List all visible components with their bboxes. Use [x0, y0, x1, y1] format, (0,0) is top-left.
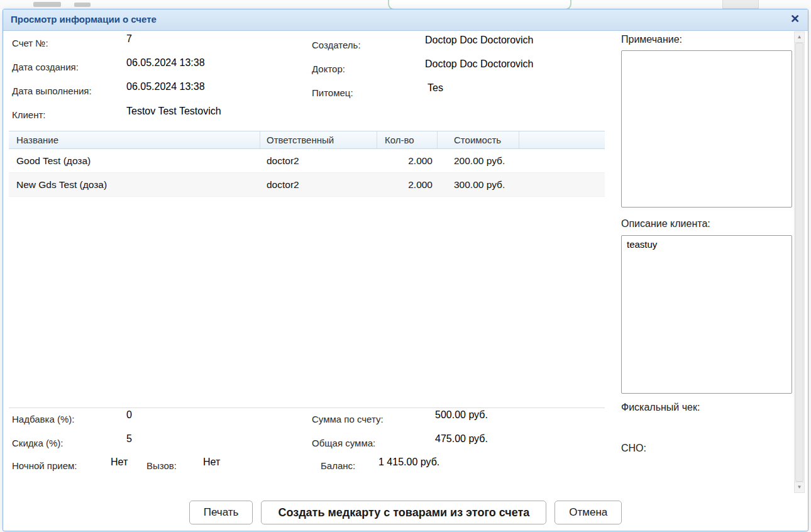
client-label: Клиент: [12, 109, 46, 120]
item-spacer [519, 149, 605, 172]
column-header-responsible[interactable]: Ответственный [260, 131, 377, 148]
invoice-number-label: Счет №: [12, 38, 48, 48]
total-sum-value: 475.00 руб. [435, 433, 488, 445]
scroll-down-icon[interactable]: ▼ [795, 482, 804, 492]
dialog-header: Просмотр информации о счете ✕ [3, 9, 808, 31]
create-medcard-button[interactable]: Создать медкарту с товарами из этого сче… [261, 501, 546, 524]
background-text-fragment [74, 3, 91, 7]
item-cost: 300.00 руб. [438, 173, 519, 196]
invoice-items-table: Название Ответственный Кол-во Стоимость … [9, 131, 605, 197]
pet-label: Питомец: [312, 87, 353, 98]
sno-label: СНО: [621, 443, 646, 454]
table-row[interactable]: New Gds Test (доза) doctor2 2.000 300.00… [9, 173, 605, 197]
scrollbar-thumb[interactable] [795, 43, 803, 482]
dialog-footer: Печать Создать медкарту с товарами из эт… [3, 501, 808, 526]
column-header-quantity[interactable]: Кол-во [377, 131, 438, 148]
creation-date-value: 06.05.2024 13:38 [126, 57, 205, 69]
client-description-label: Описание клиента: [621, 218, 710, 230]
surcharge-value: 0 [126, 409, 132, 421]
column-header-cost[interactable]: Стоимость [438, 131, 519, 148]
item-name: New Gds Test (доза) [9, 173, 260, 196]
item-quantity: 2.000 [377, 173, 438, 196]
column-header-name[interactable]: Название [9, 131, 260, 148]
doctor-label: Доктор: [312, 64, 345, 74]
invoice-sum-label: Сумма по счету: [312, 414, 383, 424]
totals-divider [9, 407, 605, 408]
item-responsible: doctor2 [260, 173, 377, 196]
total-sum-label: Общая сумма: [312, 438, 375, 448]
discount-label: Скидка (%): [12, 438, 63, 448]
balance-value: 1 415.00 руб. [378, 457, 439, 468]
night-visit-value: Нет [111, 457, 128, 468]
client-description-textarea[interactable]: teastuy [621, 235, 792, 394]
item-responsible: doctor2 [260, 149, 377, 172]
discount-value: 5 [126, 433, 132, 445]
item-spacer [519, 173, 605, 196]
dialog-title: Просмотр информации о счете [11, 14, 157, 25]
background-panel-fragment [722, 0, 759, 9]
background-input [388, 0, 571, 9]
house-call-value: Нет [203, 457, 220, 468]
note-label: Примечание: [621, 34, 682, 45]
item-cost: 200.00 руб. [438, 149, 519, 172]
invoice-sum-value: 500.00 руб. [435, 409, 488, 421]
cancel-button[interactable]: Отмена [554, 501, 622, 524]
execution-date-label: Дата выполнения: [12, 86, 92, 96]
execution-date-value: 06.05.2024 13:38 [126, 81, 205, 92]
doctor-value: Doctop Doc Doctorovich [425, 58, 534, 70]
table-row[interactable]: Good Test (доза) doctor2 2.000 200.00 ру… [9, 149, 605, 173]
invoice-view-dialog: Просмотр информации о счете ✕ Счет №: 7 … [3, 9, 808, 531]
background-text-fragment [33, 2, 61, 7]
background-page [0, 0, 811, 9]
house-call-label: Вызов: [146, 460, 177, 471]
creation-date-label: Дата создания: [12, 62, 79, 72]
pet-value: Tes [428, 82, 443, 94]
table-header-row: Название Ответственный Кол-во Стоимость [9, 131, 605, 149]
vertical-scrollbar[interactable]: ▲ ▼ [794, 31, 805, 493]
invoice-number-value: 7 [126, 33, 132, 45]
night-visit-label: Ночной прием: [12, 460, 77, 471]
column-header-spacer [519, 131, 605, 148]
surcharge-label: Надбавка (%): [12, 414, 74, 424]
print-button[interactable]: Печать [189, 501, 253, 524]
balance-label: Баланс: [321, 460, 355, 471]
fiscal-receipt-label: Фискальный чек: [621, 402, 700, 413]
scroll-up-icon[interactable]: ▲ [795, 32, 804, 43]
client-value: Testov Test Testovich [126, 106, 221, 117]
creator-value: Doctop Doc Doctorovich [425, 35, 534, 46]
item-quantity: 2.000 [377, 149, 438, 172]
creator-label: Создатель: [312, 40, 361, 50]
item-name: Good Test (доза) [9, 149, 260, 172]
note-textarea[interactable] [621, 50, 792, 208]
close-icon[interactable]: ✕ [790, 13, 800, 25]
